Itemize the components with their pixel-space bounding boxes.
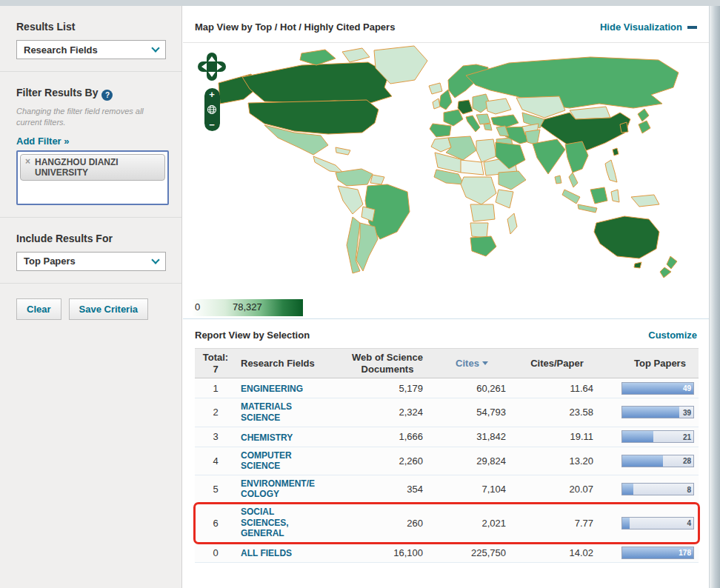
field-cell: SOCIAL SCIENCES, GENERAL	[236, 507, 344, 539]
research-field-link[interactable]: MATERIALS SCIENCE	[241, 401, 316, 423]
field-cell: ENGINEERING	[236, 381, 344, 395]
zoom-control: + −	[204, 88, 220, 131]
table-row: 1 ENGINEERING 5,179 60,261 11.64 49	[195, 378, 699, 398]
report-title: Report View by Selection	[195, 330, 310, 341]
research-field-link[interactable]: ALL FIELDS	[241, 548, 292, 558]
research-field-link[interactable]: CHEMISTRY	[241, 432, 293, 443]
top-papers-cell: 4	[621, 517, 699, 529]
top-papers-cell: 39	[621, 406, 699, 418]
table-row: 4 COMPUTER SCIENCE 2,260 29,824 13.20 28	[195, 447, 699, 475]
hide-visualization-label: Hide Visualization	[600, 21, 682, 33]
active-filters-box: × HANGZHOU DIANZI UNIVERSITY	[16, 150, 169, 205]
include-results-selected-value: Top Papers	[24, 255, 76, 267]
spacer	[601, 361, 621, 367]
top-papers-cell: 21	[621, 430, 699, 443]
main-content: Map View by Top / Hot / Highly Cited Pap…	[183, 6, 709, 588]
cites-cell: 54,793	[430, 407, 513, 418]
filter-results-title-text: Filter Results By	[16, 87, 98, 98]
top-papers-value: 49	[683, 384, 691, 392]
remove-filter-icon[interactable]: ×	[25, 157, 30, 167]
filter-sidebar: Results List Research Fields Filter Resu…	[0, 6, 182, 588]
zoom-in-button[interactable]: +	[209, 90, 215, 99]
cites-cell: 60,261	[430, 383, 513, 394]
sort-desc-icon	[482, 361, 488, 365]
top-papers-bar: 21	[621, 430, 694, 443]
results-list-dropdown[interactable]: Research Fields	[16, 40, 166, 59]
filter-results-title: Filter Results By?	[16, 87, 167, 101]
filter-note: Changing the filter field removes all cu…	[16, 106, 164, 128]
add-filter-link[interactable]: Add Filter »	[16, 136, 70, 147]
cites-per-paper-cell: 13.20	[513, 455, 601, 467]
include-results-dropdown[interactable]: Top Papers	[16, 252, 166, 271]
report-table: Total: 7 Research Fields Web of Science …	[195, 348, 699, 563]
include-results-title: Include Results For	[16, 233, 167, 244]
chevron-down-icon	[151, 255, 159, 264]
rank-cell: 5	[195, 484, 236, 495]
top-papers-value: 21	[683, 432, 691, 441]
wos-documents-cell: 2,324	[344, 407, 430, 418]
column-header-top-papers: Top Papers	[621, 355, 699, 372]
save-criteria-button[interactable]: Save Criteria	[69, 298, 149, 320]
top-papers-bar: 178	[621, 547, 694, 559]
scrollbar-track[interactable]	[709, 6, 720, 588]
hide-visualization-link[interactable]: Hide Visualization	[600, 21, 697, 33]
wos-documents-cell: 1,666	[344, 431, 430, 442]
research-field-link[interactable]: COMPUTER SCIENCE	[241, 450, 316, 472]
table-header-row: Total: 7 Research Fields Web of Science …	[195, 348, 699, 378]
include-results-section: Include Results For Top Papers	[0, 218, 181, 283]
world-map[interactable]	[190, 44, 701, 289]
top-papers-value: 178	[679, 549, 691, 557]
top-papers-bar: 28	[621, 455, 694, 467]
research-field-link[interactable]: ENVIRONMENT/ECOLOGY	[241, 478, 316, 500]
bar-fill	[622, 407, 679, 418]
top-papers-cell: 8	[621, 483, 699, 495]
cites-cell: 31,842	[430, 431, 513, 442]
rank-cell: 2	[195, 407, 236, 418]
wos-documents-cell: 354	[344, 484, 430, 495]
top-papers-bar: 39	[621, 406, 694, 418]
globe-icon[interactable]	[207, 104, 217, 115]
cites-cell: 2,021	[430, 518, 513, 529]
total-count: 7	[196, 364, 235, 375]
top-papers-value: 8	[687, 485, 691, 493]
customize-link[interactable]: Customize	[648, 330, 697, 341]
results-list-section: Results List Research Fields	[0, 6, 181, 71]
wos-documents-cell: 5,179	[344, 383, 430, 394]
top-papers-bar: 4	[621, 517, 694, 529]
research-field-link[interactable]: ENGINEERING	[241, 384, 303, 394]
map-controls: + −	[198, 52, 226, 131]
table-row: 0 ALL FIELDS 16,100 225,750 14.02 178	[195, 543, 699, 563]
column-header-research-fields: Research Fields	[236, 355, 344, 372]
rank-cell: 0	[195, 547, 236, 558]
bar-fill	[622, 431, 653, 442]
filter-chip-label: HANGZHOU DIANZI UNIVERSITY	[35, 157, 160, 178]
clear-button[interactable]: Clear	[16, 298, 61, 320]
top-papers-bar: 49	[621, 382, 694, 395]
column-header-cites-per-paper: Cites/Paper	[513, 355, 601, 372]
legend-gradient: 0 78,327	[192, 299, 303, 316]
sidebar-actions: Clear Save Criteria	[0, 284, 181, 320]
help-icon[interactable]: ?	[101, 90, 113, 101]
bar-fill	[622, 484, 633, 495]
column-header-wos-documents: Web of Science Documents	[344, 349, 430, 378]
cites-per-paper-cell: 11.64	[513, 383, 601, 394]
pan-control-icon[interactable]	[198, 52, 226, 81]
map-header: Map View by Top / Hot / Highly Cited Pap…	[183, 6, 709, 42]
filter-results-section: Filter Results By? Changing the filter f…	[0, 72, 181, 217]
top-papers-value: 39	[683, 408, 691, 416]
field-cell: ALL FIELDS	[236, 546, 344, 559]
research-field-link[interactable]: SOCIAL SCIENCES, GENERAL	[241, 507, 316, 538]
rank-cell: 1	[195, 383, 236, 394]
cites-cell: 29,824	[430, 455, 513, 467]
field-cell: COMPUTER SCIENCE	[236, 450, 344, 472]
top-papers-cell: 28	[621, 455, 699, 467]
field-cell: ENVIRONMENT/ECOLOGY	[236, 478, 344, 500]
zoom-out-button[interactable]: −	[209, 120, 215, 130]
report-header: Report View by Selection Customize	[183, 319, 709, 348]
cites-cell: 7,104	[430, 484, 513, 495]
top-papers-bar: 8	[621, 483, 694, 495]
column-header-cites-sort[interactable]: Cites	[430, 355, 513, 372]
chevron-down-icon	[151, 44, 159, 52]
filter-chip[interactable]: × HANGZHOU DIANZI UNIVERSITY	[20, 154, 165, 181]
wos-documents-cell: 260	[344, 518, 430, 529]
